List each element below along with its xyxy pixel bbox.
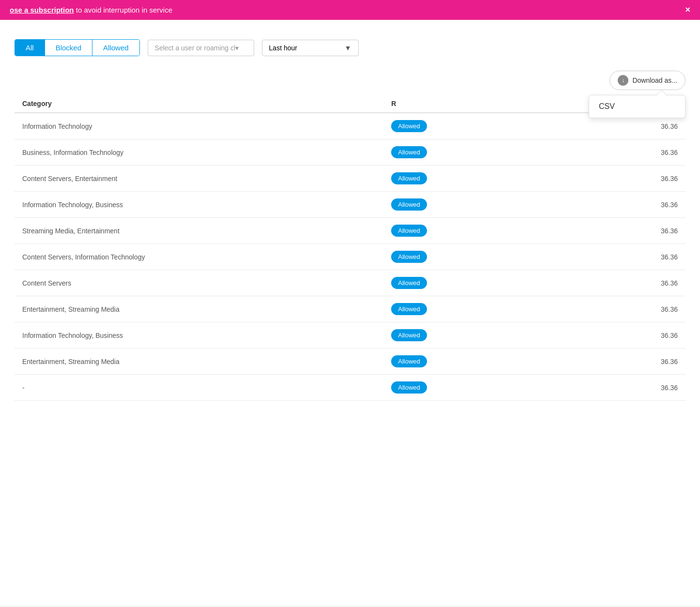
cell-result: Allowed bbox=[383, 166, 551, 192]
subscription-banner: ose a subscription to avoid interruption… bbox=[0, 0, 700, 20]
cell-percent: 36.36 bbox=[551, 218, 685, 244]
data-table: Category R Information TechnologyAllowed… bbox=[15, 95, 685, 401]
cell-result: Allowed bbox=[383, 244, 551, 270]
allowed-badge: Allowed bbox=[391, 172, 427, 184]
csv-option[interactable]: CSV bbox=[589, 95, 685, 118]
time-select[interactable]: Last hour ▼ bbox=[262, 40, 359, 56]
allowed-badge: Allowed bbox=[391, 303, 427, 315]
allowed-badge: Allowed bbox=[391, 277, 427, 289]
allowed-badge: Allowed bbox=[391, 355, 427, 367]
filter-bar: All Blocked Allowed Select a user or roa… bbox=[15, 39, 685, 56]
cell-percent: 36.36 bbox=[551, 296, 685, 322]
table-row: Streaming Media, EntertainmentAllowed36.… bbox=[15, 218, 685, 244]
cell-result: Allowed bbox=[383, 218, 551, 244]
cell-category: Content Servers, Entertainment bbox=[15, 166, 383, 192]
csv-dropdown: CSV bbox=[589, 95, 685, 118]
table-row: Business, Information TechnologyAllowed3… bbox=[15, 139, 685, 166]
table-row: -Allowed36.36 bbox=[15, 375, 685, 401]
allowed-badge: Allowed bbox=[391, 329, 427, 341]
table-row: Content Servers, Information TechnologyA… bbox=[15, 244, 685, 270]
download-button-label: Download as... bbox=[632, 76, 677, 84]
download-button[interactable]: ↓ Download as... bbox=[609, 71, 685, 90]
cell-category: Entertainment, Streaming Media bbox=[15, 296, 383, 322]
tab-blocked[interactable]: Blocked bbox=[45, 40, 92, 56]
table-row: Content ServersAllowed36.36 bbox=[15, 270, 685, 296]
table-row: Entertainment, Streaming MediaAllowed36.… bbox=[15, 296, 685, 322]
cell-category: Information Technology bbox=[15, 113, 383, 139]
download-area: ↓ Download as... CSV bbox=[15, 71, 685, 90]
user-select[interactable]: Select a user or roaming cl▾ bbox=[148, 40, 254, 56]
download-icon: ↓ bbox=[618, 75, 628, 86]
time-select-value: Last hour bbox=[269, 44, 297, 52]
column-header-result: R bbox=[383, 95, 551, 113]
filter-tabs: All Blocked Allowed bbox=[15, 39, 140, 56]
cell-category: Streaming Media, Entertainment bbox=[15, 218, 383, 244]
subscription-link[interactable]: ose a subscription bbox=[10, 6, 74, 14]
banner-close-button[interactable]: × bbox=[685, 5, 690, 15]
cell-result: Allowed bbox=[383, 139, 551, 166]
cell-percent: 36.36 bbox=[551, 322, 685, 349]
cell-percent: 36.36 bbox=[551, 270, 685, 296]
cell-percent: 36.36 bbox=[551, 244, 685, 270]
cell-result: Allowed bbox=[383, 349, 551, 375]
cell-percent: 36.36 bbox=[551, 375, 685, 401]
cell-result: Allowed bbox=[383, 113, 551, 139]
table-header-row: Category R bbox=[15, 95, 685, 113]
cell-category: Information Technology, Business bbox=[15, 322, 383, 349]
table-row: Entertainment, Streaming MediaAllowed36.… bbox=[15, 349, 685, 375]
cell-category: Content Servers, Information Technology bbox=[15, 244, 383, 270]
banner-text: ose a subscription to avoid interruption… bbox=[10, 6, 172, 14]
cell-result: Allowed bbox=[383, 296, 551, 322]
column-header-category: Category bbox=[15, 95, 383, 113]
allowed-badge: Allowed bbox=[391, 225, 427, 237]
table-row: Information Technology, BusinessAllowed3… bbox=[15, 192, 685, 218]
tab-all[interactable]: All bbox=[15, 40, 45, 56]
cell-category: Entertainment, Streaming Media bbox=[15, 349, 383, 375]
tab-allowed[interactable]: Allowed bbox=[92, 40, 139, 56]
cell-percent: 36.36 bbox=[551, 166, 685, 192]
table-row: Information Technology, BusinessAllowed3… bbox=[15, 322, 685, 349]
allowed-badge: Allowed bbox=[391, 120, 427, 132]
cell-result: Allowed bbox=[383, 192, 551, 218]
allowed-badge: Allowed bbox=[391, 198, 427, 211]
allowed-badge: Allowed bbox=[391, 251, 427, 263]
main-content: All Blocked Allowed Select a user or roa… bbox=[0, 20, 700, 606]
cell-percent: 36.36 bbox=[551, 139, 685, 166]
cell-category: Business, Information Technology bbox=[15, 139, 383, 166]
table-row: Content Servers, EntertainmentAllowed36.… bbox=[15, 166, 685, 192]
cell-result: Allowed bbox=[383, 270, 551, 296]
cell-category: Content Servers bbox=[15, 270, 383, 296]
user-select-placeholder: Select a user or roaming cl▾ bbox=[155, 44, 239, 52]
allowed-badge: Allowed bbox=[391, 146, 427, 158]
cell-result: Allowed bbox=[383, 375, 551, 401]
cell-category: - bbox=[15, 375, 383, 401]
time-select-arrow: ▼ bbox=[345, 44, 351, 52]
cell-percent: 36.36 bbox=[551, 349, 685, 375]
table-row: Information TechnologyAllowed36.36 bbox=[15, 113, 685, 139]
cell-category: Information Technology, Business bbox=[15, 192, 383, 218]
cell-percent: 36.36 bbox=[551, 192, 685, 218]
allowed-badge: Allowed bbox=[391, 381, 427, 394]
cell-result: Allowed bbox=[383, 322, 551, 349]
